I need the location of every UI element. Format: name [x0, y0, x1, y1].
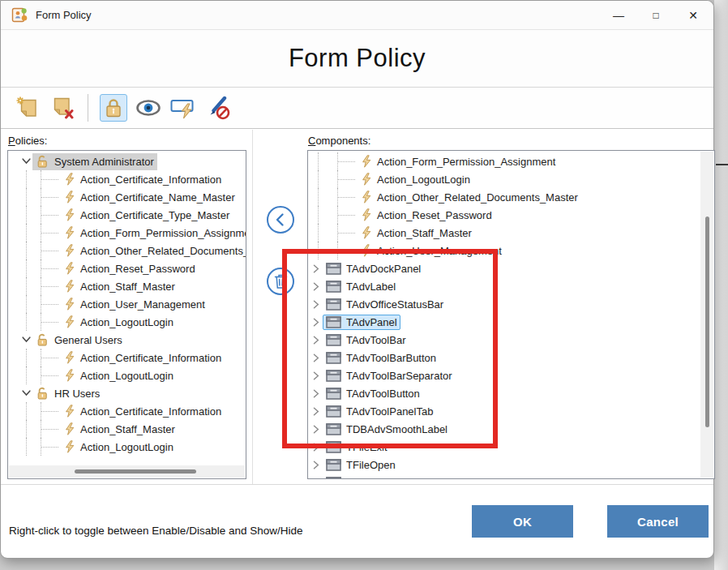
page-title: Form Policy — [289, 44, 426, 73]
tree-row[interactable]: TFilePrintSetup — [308, 474, 714, 479]
horizontal-scrollbar[interactable] — [9, 465, 245, 478]
action-lightning-icon — [64, 369, 75, 382]
tree-row[interactable]: Action_Form_Permission_Assignme — [8, 224, 246, 242]
tree-row[interactable]: Action_LogoutLogin — [8, 438, 246, 456]
chevron-right-icon[interactable] — [310, 318, 323, 327]
tree-row[interactable]: Action_LogoutLogin — [308, 170, 714, 188]
tree-guide-stub — [338, 170, 358, 188]
vertical-scrollbar[interactable] — [700, 152, 713, 478]
tree-row[interactable]: TAdvToolBarButton — [308, 349, 714, 366]
scrollbar-thumb[interactable] — [75, 469, 196, 474]
chevron-right-icon[interactable] — [310, 354, 323, 362]
tree-item-label: Action_LogoutLogin — [80, 370, 173, 382]
tree-guide — [27, 438, 41, 456]
minimize-button[interactable]: — — [600, 1, 637, 30]
tree-guide — [27, 349, 41, 366]
visibility-button[interactable] — [135, 94, 162, 122]
action-panel-button[interactable] — [169, 94, 197, 122]
chevron-down-icon[interactable] — [19, 390, 32, 396]
tree-row[interactable]: Action_Form_Permission_Assignment — [308, 152, 714, 170]
cancel-button[interactable]: Cancel — [607, 505, 709, 538]
move-left-button[interactable] — [267, 206, 294, 234]
maximize-button[interactable]: □ — [637, 1, 674, 30]
chevron-right-icon[interactable] — [310, 389, 323, 398]
tree-row[interactable]: TFileOpen — [308, 456, 714, 474]
chevron-right-icon[interactable] — [310, 264, 323, 273]
tree-row[interactable]: Action_Reset_Password — [308, 206, 714, 224]
tree-item-label: Action_Form_Permission_Assignment — [377, 156, 555, 168]
chevron-right-icon[interactable] — [310, 443, 323, 452]
tree-row[interactable]: TAdvToolPanelTab — [308, 402, 714, 420]
toolbar — [1, 88, 713, 129]
new-policy-button[interactable] — [14, 94, 41, 122]
scrollbar-thumb[interactable] — [705, 216, 709, 427]
tree-guide-stub — [338, 152, 358, 170]
form-policy-dialog: Form Policy — □ ✕ Form Policy — [0, 0, 714, 559]
tree-row[interactable]: Action_Certificate_Information — [8, 402, 246, 420]
component-box-icon — [326, 316, 341, 328]
tree-row[interactable]: TDBAdvSmoothLabel — [308, 420, 714, 438]
tree-row[interactable]: TAdvDockPanel — [308, 259, 714, 277]
tree-row[interactable]: Action_Other_Related_Documents_ — [8, 242, 246, 259]
action-lightning-icon — [64, 262, 75, 275]
tree-row[interactable]: Action_Staff_Master — [8, 420, 246, 438]
chevron-right-icon[interactable] — [310, 407, 323, 416]
tree-guide-stub — [41, 242, 61, 259]
chevron-down-icon[interactable] — [19, 158, 32, 165]
tree-row[interactable]: Action_Certificate_Name_Master — [8, 188, 246, 206]
chevron-right-icon[interactable] — [310, 371, 323, 380]
tree-row[interactable]: Action_LogoutLogin — [8, 313, 246, 331]
tree-row[interactable]: TAdvToolButton — [308, 384, 714, 402]
components-tree[interactable]: Action_Form_Permission_Assignment — [307, 150, 715, 479]
chevron-right-icon[interactable] — [310, 478, 323, 480]
tree-row[interactable]: Action_Reset_Password — [8, 259, 246, 277]
tree-row[interactable]: Action_Certificate_Information — [8, 170, 246, 188]
tree-row[interactable]: TFileExit — [308, 438, 714, 456]
tree-item-label: Action_Staff_Master — [377, 227, 472, 239]
chevron-right-icon[interactable] — [310, 282, 323, 291]
open-padlock-icon — [36, 333, 49, 347]
tree-guide — [27, 277, 41, 295]
chevron-right-icon[interactable] — [310, 300, 323, 309]
chevron-right-icon[interactable] — [310, 425, 323, 434]
ok-button[interactable]: OK — [472, 505, 573, 538]
chevron-down-icon[interactable] — [19, 336, 32, 343]
tree-guide — [8, 349, 27, 366]
tree-item-label: TAdvLabel — [346, 281, 396, 293]
tree-guide — [27, 206, 41, 224]
tree-row[interactable]: Action_Certificate_Information — [8, 349, 246, 366]
tree-row[interactable]: TAdvOfficeStatusBar — [308, 295, 714, 313]
tree-row[interactable]: Action_Certificate_Type_Master — [8, 206, 246, 224]
tree-row[interactable]: TAdvToolBar — [308, 331, 714, 349]
policies-tree[interactable]: System Administrator — [7, 150, 246, 479]
chevron-right-icon[interactable] — [310, 336, 323, 345]
tree-guide-stub — [338, 224, 358, 242]
chevron-right-icon[interactable] — [310, 461, 323, 469]
tree-item-label: TAdvDockPanel — [346, 263, 421, 275]
tree-row[interactable]: Action_User_Management — [308, 242, 714, 259]
tree-row[interactable]: TAdvPanel — [308, 313, 714, 331]
close-button[interactable]: ✕ — [674, 1, 712, 30]
tree-row[interactable]: TAdvLabel — [308, 277, 714, 295]
lock-toggle-button[interactable] — [100, 94, 127, 122]
delete-item-button[interactable] — [267, 268, 294, 295]
tree-row[interactable]: Action_Staff_Master — [308, 224, 714, 242]
tree-guide — [27, 420, 41, 438]
tree-row[interactable]: Action_Other_Related_Documents_Master — [308, 188, 714, 206]
tree-row[interactable]: HR Users — [8, 384, 246, 402]
pen-prohibited-icon — [205, 96, 231, 120]
delete-policy-button[interactable] — [49, 94, 76, 122]
tree-row[interactable]: Action_LogoutLogin — [8, 366, 246, 384]
tree-item-label: TAdvToolButton — [346, 388, 420, 400]
no-edit-button[interactable] — [204, 94, 232, 122]
tree-guide — [8, 170, 27, 188]
tree-guide — [8, 277, 27, 295]
tree-row[interactable]: Action_User_Management — [8, 295, 246, 313]
tree-row[interactable]: TAdvToolBarSeparator — [308, 366, 714, 384]
components-label: Components: — [308, 135, 370, 147]
open-padlock-icon — [36, 155, 49, 169]
tree-guide — [8, 242, 27, 259]
tree-row[interactable]: Action_Staff_Master — [8, 277, 246, 295]
tree-row[interactable]: General Users — [8, 331, 246, 349]
tree-row[interactable]: System Administrator — [8, 152, 246, 170]
